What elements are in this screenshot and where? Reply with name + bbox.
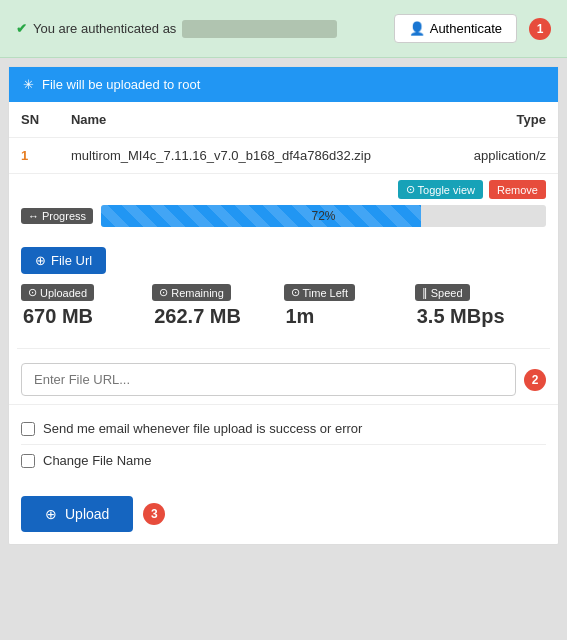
remaining-label: ⊙ Remaining	[152, 284, 231, 301]
stat-time-left: ⊙ Time Left 1m	[284, 284, 415, 328]
email-checkbox-row: Send me email whenever file upload is su…	[21, 413, 546, 445]
header-badge: 1	[529, 18, 551, 40]
remaining-value: 262.7 MB	[152, 305, 283, 328]
toggle-view-button[interactable]: ⊙ Toggle view	[398, 180, 483, 199]
time-left-label: ⊙ Time Left	[284, 284, 355, 301]
url-input-row: 2	[21, 363, 546, 396]
upload-label: Upload	[65, 506, 109, 522]
stats-row: ⊙ Uploaded 670 MB ⊙ Remaining 262.7 MB ⊙…	[21, 284, 546, 328]
toggle-view-label: Toggle view	[418, 184, 475, 196]
progress-bar-row: ↔ Progress 72%	[21, 205, 546, 227]
upload-icon: ⊕	[45, 506, 57, 522]
file-url-button[interactable]: ⊕ File Url	[21, 247, 106, 274]
email-checkbox-label: Send me email whenever file upload is su…	[43, 421, 362, 436]
url-badge: 2	[524, 369, 546, 391]
remaining-icon: ⊙	[159, 286, 168, 299]
progress-percent: 72%	[101, 209, 546, 223]
progress-label: ↔ Progress	[21, 208, 93, 224]
change-name-label: Change File Name	[43, 453, 151, 468]
progress-section: ⊙ Toggle view Remove ↔ Progress 72%	[9, 174, 558, 241]
auth-prefix-text: You are authenticated as	[33, 21, 176, 36]
file-table: SN Name Type 1 multirom_MI4c_7.11.16_v7.…	[9, 102, 558, 174]
check-icon: ✔	[16, 21, 27, 36]
speed-label: ‖ Speed	[415, 284, 470, 301]
file-url-icon: ⊕	[35, 253, 46, 268]
info-bar: ✳ File will be uploaded to root	[9, 67, 558, 102]
header-bar: ✔ You are authenticated as ████████@gmai…	[0, 0, 567, 58]
toggle-icon: ⊙	[406, 183, 415, 196]
uploaded-label: ⊙ Uploaded	[21, 284, 94, 301]
speed-value: 3.5 MBps	[415, 305, 546, 328]
upload-button[interactable]: ⊕ Upload	[21, 496, 133, 532]
user-email: ████████@gmail.com	[182, 20, 337, 38]
time-left-value: 1m	[284, 305, 415, 328]
cell-sn: 1	[9, 138, 59, 174]
email-checkbox[interactable]	[21, 422, 35, 436]
table-row: 1 multirom_MI4c_7.11.16_v7.0_b168_df4a78…	[9, 138, 558, 174]
remove-label: Remove	[497, 184, 538, 196]
time-left-icon: ⊙	[291, 286, 300, 299]
cell-name: multirom_MI4c_7.11.16_v7.0_b168_df4a786d…	[59, 138, 444, 174]
upload-badge: 3	[143, 503, 165, 525]
col-type: Type	[444, 102, 558, 138]
person-icon: 👤	[409, 21, 425, 36]
upload-section: ⊕ Upload 3	[9, 484, 558, 544]
remove-button[interactable]: Remove	[489, 180, 546, 199]
file-url-input[interactable]	[21, 363, 516, 396]
cell-type: application/z	[444, 138, 558, 174]
progress-actions: ⊙ Toggle view Remove	[21, 180, 546, 199]
col-sn: SN	[9, 102, 59, 138]
auth-status: ✔ You are authenticated as ████████@gmai…	[16, 20, 382, 38]
change-name-checkbox[interactable]	[21, 454, 35, 468]
authenticate-button[interactable]: 👤 Authenticate	[394, 14, 517, 43]
stat-uploaded: ⊙ Uploaded 670 MB	[21, 284, 152, 328]
change-name-checkbox-row: Change File Name	[21, 445, 546, 476]
file-url-section: ⊕ File Url ⊙ Uploaded 670 MB ⊙ Remaining…	[9, 241, 558, 348]
url-section: 2	[9, 349, 558, 404]
progress-track: 72%	[101, 205, 546, 227]
uploaded-icon: ⊙	[28, 286, 37, 299]
table-header-row: SN Name Type	[9, 102, 558, 138]
info-star-icon: ✳	[23, 77, 34, 92]
stat-speed: ‖ Speed 3.5 MBps	[415, 284, 546, 328]
speed-icon: ‖	[422, 286, 428, 299]
col-name: Name	[59, 102, 444, 138]
checkbox-section: Send me email whenever file upload is su…	[9, 404, 558, 484]
info-bar-text: File will be uploaded to root	[42, 77, 200, 92]
file-url-label: File Url	[51, 253, 92, 268]
stat-remaining: ⊙ Remaining 262.7 MB	[152, 284, 283, 328]
progress-icon: ↔	[28, 210, 39, 222]
main-panel: ✳ File will be uploaded to root SN Name …	[8, 66, 559, 545]
uploaded-value: 670 MB	[21, 305, 152, 328]
authenticate-label: Authenticate	[430, 21, 502, 36]
